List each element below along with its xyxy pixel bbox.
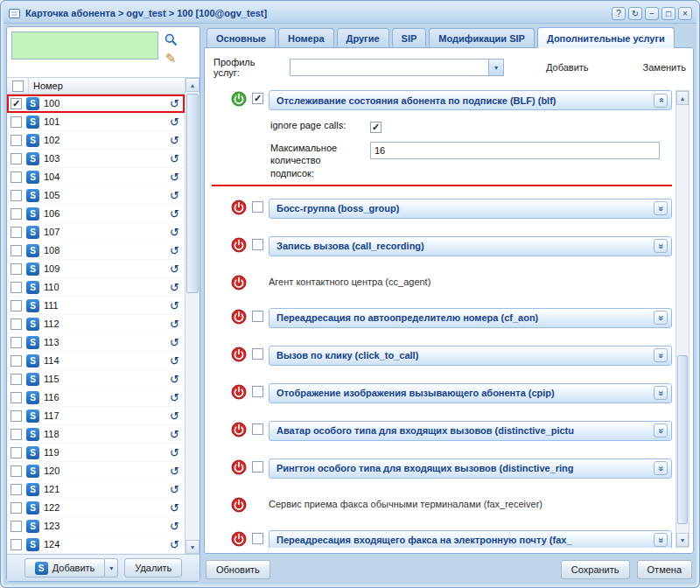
power-toggle-icon[interactable] [231,531,247,547]
row-checkbox[interactable]: ✓ [10,208,22,220]
service-header-bar[interactable]: Переадресация входящего факса на электро… [269,530,672,548]
row-checkbox[interactable]: ✓ [10,429,22,440]
row-checkbox[interactable]: ✓ [10,245,22,256]
subscriber-row[interactable]: ✓ S 111 ↺ [7,297,185,315]
row-checkbox[interactable]: ✓ [10,153,22,164]
subscriber-row[interactable]: ✓ S 122 ↺ [7,499,185,517]
power-toggle-icon[interactable] [231,384,247,400]
service-checkbox[interactable]: ✓ [252,386,263,397]
subscriber-row[interactable]: ✓ S 113 ↺ [7,333,185,352]
power-toggle-icon[interactable] [231,497,247,513]
row-checkbox[interactable]: ✓ [10,172,22,183]
quick-search-input[interactable] [11,32,158,60]
expand-collapse-button[interactable]: » [654,311,668,325]
service-profile-select[interactable]: ▾ [290,59,504,76]
maximize-button[interactable]: □ [662,7,676,20]
subscriber-row[interactable]: ✓ S 121 ↺ [7,480,185,499]
tab[interactable]: Другие [337,28,389,47]
history-icon[interactable]: ↺ [170,429,179,440]
services-scrollbar[interactable]: ▲ ▼ [676,90,690,548]
subscriber-row[interactable]: ✓ S 106 ↺ [7,205,185,223]
power-toggle-icon[interactable] [231,237,247,253]
subscriber-row[interactable]: ✓ S 120 ↺ [7,462,185,480]
expand-collapse-button[interactable]: » [654,386,668,400]
service-checkbox[interactable]: ✓ [252,348,263,360]
pin-button[interactable]: ↻ [628,7,642,20]
row-checkbox[interactable]: ✓ [10,484,22,495]
subscriber-row[interactable]: ✓ S 119 ↺ [7,444,185,462]
subscriber-row[interactable]: ✓ S 124 ↺ [7,536,185,554]
service-header-bar[interactable]: Отображение изображения вызывающего абон… [269,383,672,403]
service-checkbox[interactable]: ✓ [252,461,263,472]
row-checkbox[interactable]: ✓ [10,392,22,403]
refresh-button[interactable]: Обновить [206,560,270,579]
history-icon[interactable]: ↺ [170,355,179,367]
scroll-down-icon[interactable]: ▼ [186,540,200,554]
history-icon[interactable]: ↺ [170,447,179,458]
expand-collapse-button[interactable]: » [654,348,668,362]
service-header-bar[interactable]: Переадресация по автоопределителю номера… [269,308,672,328]
history-icon[interactable]: ↺ [170,539,179,550]
history-icon[interactable]: ↺ [170,227,179,238]
history-icon[interactable]: ↺ [170,172,179,183]
subscriber-row[interactable]: ✓ S 114 ↺ [7,352,185,370]
scrollbar-thumb[interactable] [677,355,688,524]
close-button[interactable]: × [678,7,692,20]
scrollbar-thumb[interactable] [186,94,199,293]
tab[interactable]: Модификации SIP [429,28,535,47]
service-checkbox[interactable]: ✓ [252,93,263,104]
expand-collapse-button[interactable]: » [654,94,668,108]
subscriber-row[interactable]: ✓ S 118 ↺ [7,425,185,444]
history-icon[interactable]: ↺ [170,484,179,495]
search-icon[interactable] [164,32,178,46]
select-all-checkbox[interactable]: ✓ [12,80,24,92]
history-icon[interactable]: ↺ [170,410,179,422]
history-icon[interactable]: ↺ [170,245,179,256]
power-toggle-icon[interactable] [231,346,247,362]
edit-icon[interactable]: ✎ [165,52,177,65]
row-checkbox[interactable]: ✓ [10,282,22,293]
subscriber-row[interactable]: ✓ S 115 ↺ [7,370,185,388]
service-header-bar[interactable]: Босс-группа (boss_group) » [269,199,672,219]
tab[interactable]: Номера [278,28,334,47]
max-subscriptions-input[interactable] [370,142,660,159]
service-header-bar[interactable]: Рингтон особого типа для входящих вызово… [269,458,672,479]
row-checkbox[interactable]: ✓ [10,190,22,201]
subscriber-row[interactable]: ✓ S 109 ↺ [7,260,185,278]
expand-collapse-button[interactable]: » [654,533,668,547]
row-checkbox[interactable]: ✓ [10,318,22,330]
tab[interactable]: SIP [392,28,427,47]
row-checkbox[interactable]: ✓ [10,466,22,477]
delete-subscriber-button[interactable]: Удалить [124,558,182,578]
power-toggle-icon[interactable] [231,459,247,475]
history-icon[interactable]: ↺ [170,300,179,312]
help-button[interactable]: ? [612,7,626,20]
row-checkbox[interactable]: ✓ [10,355,22,367]
save-button[interactable]: Сохранить [561,560,630,579]
minimize-button[interactable]: − [645,7,659,20]
history-icon[interactable]: ↺ [170,153,179,164]
service-checkbox[interactable]: ✓ [252,201,263,213]
history-icon[interactable]: ↺ [170,392,179,403]
subscriber-row[interactable]: ✓ S 102 ↺ [7,131,185,150]
subscriber-row[interactable]: ✓ S 108 ↺ [7,242,185,260]
service-header-bar[interactable]: Аватар особого типа для входящих вызовов… [269,421,672,441]
row-checkbox[interactable]: ✓ [10,337,22,348]
tab[interactable]: Основные [206,28,276,47]
row-checkbox[interactable]: ✓ [10,410,22,422]
ignore-page-calls-checkbox[interactable]: ✓ [370,122,382,133]
power-toggle-icon[interactable] [231,422,247,438]
row-checkbox[interactable]: ✓ [10,116,22,128]
subscriber-row[interactable]: ✓ S 104 ↺ [7,168,185,186]
subscriber-row[interactable]: ✓ S 107 ↺ [7,223,185,242]
subscriber-row[interactable]: ✓ S 116 ↺ [7,388,185,407]
row-checkbox[interactable]: ✓ [10,227,22,238]
combo-trigger-button[interactable]: ▾ [488,60,503,75]
scroll-up-icon[interactable]: ▲ [186,78,200,92]
row-checkbox[interactable]: ✓ [10,263,22,275]
history-icon[interactable]: ↺ [170,190,179,201]
service-header-bar[interactable]: Запись вызова (call_recording) » [269,236,672,256]
power-toggle-icon[interactable] [231,309,247,325]
history-icon[interactable]: ↺ [170,282,179,293]
history-icon[interactable]: ↺ [170,466,179,477]
